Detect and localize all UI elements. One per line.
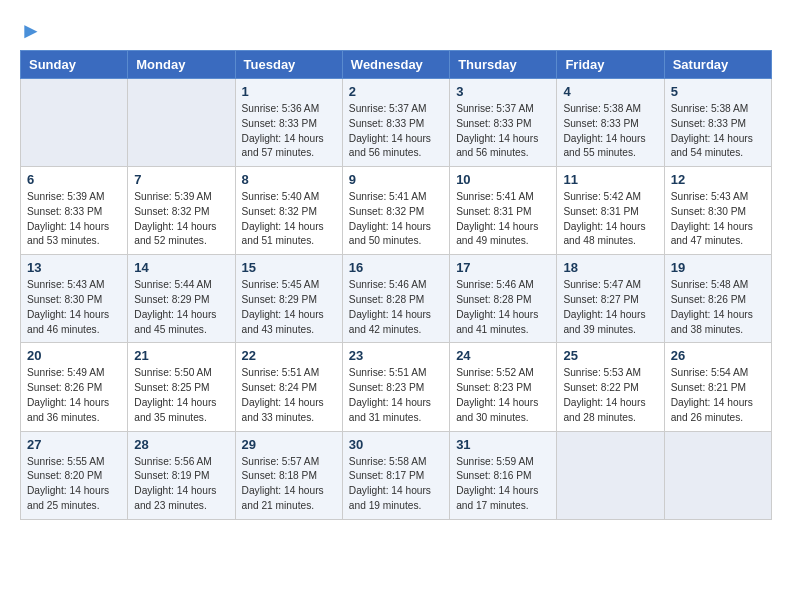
calendar-cell: 1Sunrise: 5:36 AM Sunset: 8:33 PM Daylig… <box>235 79 342 167</box>
day-info: Sunrise: 5:44 AM Sunset: 8:29 PM Dayligh… <box>134 278 228 337</box>
day-info: Sunrise: 5:48 AM Sunset: 8:26 PM Dayligh… <box>671 278 765 337</box>
weekday-header: Wednesday <box>342 51 449 79</box>
day-number: 16 <box>349 260 443 275</box>
page-header: ► <box>20 20 772 40</box>
calendar-table: SundayMondayTuesdayWednesdayThursdayFrid… <box>20 50 772 520</box>
day-number: 31 <box>456 437 550 452</box>
calendar-week-row: 27Sunrise: 5:55 AM Sunset: 8:20 PM Dayli… <box>21 431 772 519</box>
calendar-cell: 24Sunrise: 5:52 AM Sunset: 8:23 PM Dayli… <box>450 343 557 431</box>
day-number: 25 <box>563 348 657 363</box>
day-info: Sunrise: 5:56 AM Sunset: 8:19 PM Dayligh… <box>134 455 228 514</box>
day-info: Sunrise: 5:37 AM Sunset: 8:33 PM Dayligh… <box>349 102 443 161</box>
day-number: 6 <box>27 172 121 187</box>
day-info: Sunrise: 5:38 AM Sunset: 8:33 PM Dayligh… <box>563 102 657 161</box>
calendar-cell <box>128 79 235 167</box>
day-info: Sunrise: 5:45 AM Sunset: 8:29 PM Dayligh… <box>242 278 336 337</box>
calendar-week-row: 1Sunrise: 5:36 AM Sunset: 8:33 PM Daylig… <box>21 79 772 167</box>
calendar-cell: 31Sunrise: 5:59 AM Sunset: 8:16 PM Dayli… <box>450 431 557 519</box>
weekday-header: Tuesday <box>235 51 342 79</box>
day-number: 24 <box>456 348 550 363</box>
day-info: Sunrise: 5:40 AM Sunset: 8:32 PM Dayligh… <box>242 190 336 249</box>
day-info: Sunrise: 5:52 AM Sunset: 8:23 PM Dayligh… <box>456 366 550 425</box>
day-info: Sunrise: 5:49 AM Sunset: 8:26 PM Dayligh… <box>27 366 121 425</box>
calendar-week-row: 6Sunrise: 5:39 AM Sunset: 8:33 PM Daylig… <box>21 167 772 255</box>
calendar-cell: 30Sunrise: 5:58 AM Sunset: 8:17 PM Dayli… <box>342 431 449 519</box>
calendar-cell: 13Sunrise: 5:43 AM Sunset: 8:30 PM Dayli… <box>21 255 128 343</box>
day-number: 7 <box>134 172 228 187</box>
day-info: Sunrise: 5:51 AM Sunset: 8:23 PM Dayligh… <box>349 366 443 425</box>
day-number: 15 <box>242 260 336 275</box>
day-number: 23 <box>349 348 443 363</box>
calendar-cell: 17Sunrise: 5:46 AM Sunset: 8:28 PM Dayli… <box>450 255 557 343</box>
day-info: Sunrise: 5:43 AM Sunset: 8:30 PM Dayligh… <box>671 190 765 249</box>
day-number: 5 <box>671 84 765 99</box>
day-number: 2 <box>349 84 443 99</box>
weekday-header: Saturday <box>664 51 771 79</box>
calendar-cell: 8Sunrise: 5:40 AM Sunset: 8:32 PM Daylig… <box>235 167 342 255</box>
day-info: Sunrise: 5:36 AM Sunset: 8:33 PM Dayligh… <box>242 102 336 161</box>
day-number: 20 <box>27 348 121 363</box>
calendar-cell: 19Sunrise: 5:48 AM Sunset: 8:26 PM Dayli… <box>664 255 771 343</box>
day-number: 17 <box>456 260 550 275</box>
day-info: Sunrise: 5:55 AM Sunset: 8:20 PM Dayligh… <box>27 455 121 514</box>
calendar-cell: 22Sunrise: 5:51 AM Sunset: 8:24 PM Dayli… <box>235 343 342 431</box>
day-info: Sunrise: 5:50 AM Sunset: 8:25 PM Dayligh… <box>134 366 228 425</box>
calendar-cell <box>557 431 664 519</box>
day-info: Sunrise: 5:57 AM Sunset: 8:18 PM Dayligh… <box>242 455 336 514</box>
day-info: Sunrise: 5:58 AM Sunset: 8:17 PM Dayligh… <box>349 455 443 514</box>
weekday-header: Monday <box>128 51 235 79</box>
day-number: 18 <box>563 260 657 275</box>
day-info: Sunrise: 5:41 AM Sunset: 8:31 PM Dayligh… <box>456 190 550 249</box>
day-info: Sunrise: 5:38 AM Sunset: 8:33 PM Dayligh… <box>671 102 765 161</box>
day-number: 27 <box>27 437 121 452</box>
calendar-cell: 23Sunrise: 5:51 AM Sunset: 8:23 PM Dayli… <box>342 343 449 431</box>
calendar-cell: 29Sunrise: 5:57 AM Sunset: 8:18 PM Dayli… <box>235 431 342 519</box>
day-number: 29 <box>242 437 336 452</box>
day-info: Sunrise: 5:42 AM Sunset: 8:31 PM Dayligh… <box>563 190 657 249</box>
weekday-header: Thursday <box>450 51 557 79</box>
day-info: Sunrise: 5:41 AM Sunset: 8:32 PM Dayligh… <box>349 190 443 249</box>
calendar-cell: 25Sunrise: 5:53 AM Sunset: 8:22 PM Dayli… <box>557 343 664 431</box>
day-number: 3 <box>456 84 550 99</box>
calendar-cell: 2Sunrise: 5:37 AM Sunset: 8:33 PM Daylig… <box>342 79 449 167</box>
calendar-cell: 11Sunrise: 5:42 AM Sunset: 8:31 PM Dayli… <box>557 167 664 255</box>
day-info: Sunrise: 5:39 AM Sunset: 8:33 PM Dayligh… <box>27 190 121 249</box>
calendar-week-row: 13Sunrise: 5:43 AM Sunset: 8:30 PM Dayli… <box>21 255 772 343</box>
day-info: Sunrise: 5:43 AM Sunset: 8:30 PM Dayligh… <box>27 278 121 337</box>
calendar-cell: 16Sunrise: 5:46 AM Sunset: 8:28 PM Dayli… <box>342 255 449 343</box>
calendar-cell: 10Sunrise: 5:41 AM Sunset: 8:31 PM Dayli… <box>450 167 557 255</box>
day-number: 19 <box>671 260 765 275</box>
calendar-cell: 15Sunrise: 5:45 AM Sunset: 8:29 PM Dayli… <box>235 255 342 343</box>
calendar-cell: 5Sunrise: 5:38 AM Sunset: 8:33 PM Daylig… <box>664 79 771 167</box>
day-info: Sunrise: 5:46 AM Sunset: 8:28 PM Dayligh… <box>456 278 550 337</box>
calendar-cell <box>21 79 128 167</box>
day-number: 9 <box>349 172 443 187</box>
calendar-cell: 20Sunrise: 5:49 AM Sunset: 8:26 PM Dayli… <box>21 343 128 431</box>
day-number: 21 <box>134 348 228 363</box>
day-number: 10 <box>456 172 550 187</box>
day-number: 12 <box>671 172 765 187</box>
calendar-cell: 7Sunrise: 5:39 AM Sunset: 8:32 PM Daylig… <box>128 167 235 255</box>
logo: ► <box>20 20 42 40</box>
calendar-cell: 3Sunrise: 5:37 AM Sunset: 8:33 PM Daylig… <box>450 79 557 167</box>
calendar-cell: 4Sunrise: 5:38 AM Sunset: 8:33 PM Daylig… <box>557 79 664 167</box>
day-info: Sunrise: 5:47 AM Sunset: 8:27 PM Dayligh… <box>563 278 657 337</box>
day-number: 11 <box>563 172 657 187</box>
calendar-week-row: 20Sunrise: 5:49 AM Sunset: 8:26 PM Dayli… <box>21 343 772 431</box>
day-info: Sunrise: 5:51 AM Sunset: 8:24 PM Dayligh… <box>242 366 336 425</box>
day-number: 26 <box>671 348 765 363</box>
day-info: Sunrise: 5:39 AM Sunset: 8:32 PM Dayligh… <box>134 190 228 249</box>
logo-general: ► <box>20 20 42 42</box>
day-number: 30 <box>349 437 443 452</box>
day-info: Sunrise: 5:59 AM Sunset: 8:16 PM Dayligh… <box>456 455 550 514</box>
day-info: Sunrise: 5:37 AM Sunset: 8:33 PM Dayligh… <box>456 102 550 161</box>
day-number: 4 <box>563 84 657 99</box>
day-info: Sunrise: 5:54 AM Sunset: 8:21 PM Dayligh… <box>671 366 765 425</box>
calendar-cell <box>664 431 771 519</box>
calendar-cell: 14Sunrise: 5:44 AM Sunset: 8:29 PM Dayli… <box>128 255 235 343</box>
day-number: 1 <box>242 84 336 99</box>
calendar-cell: 27Sunrise: 5:55 AM Sunset: 8:20 PM Dayli… <box>21 431 128 519</box>
calendar-cell: 21Sunrise: 5:50 AM Sunset: 8:25 PM Dayli… <box>128 343 235 431</box>
calendar-cell: 18Sunrise: 5:47 AM Sunset: 8:27 PM Dayli… <box>557 255 664 343</box>
day-info: Sunrise: 5:46 AM Sunset: 8:28 PM Dayligh… <box>349 278 443 337</box>
